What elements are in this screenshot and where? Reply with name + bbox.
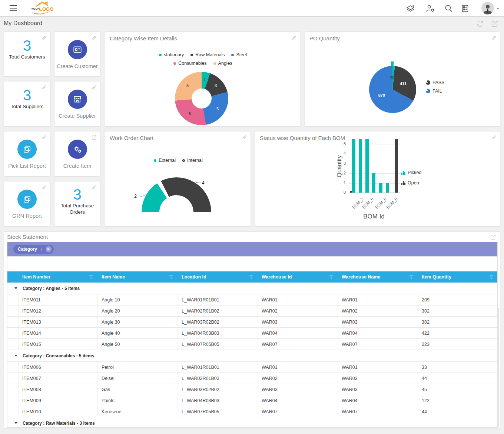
refresh-icon[interactable] <box>476 20 484 28</box>
cell-item-name: Angle 40 <box>98 328 178 338</box>
collapse-triangle-icon[interactable] <box>14 287 17 289</box>
edit-dashboard-icon[interactable] <box>491 20 499 28</box>
filter-icon[interactable] <box>409 276 414 279</box>
column-label: Location Id <box>182 274 206 280</box>
vertical-scrollbar[interactable] <box>497 308 499 427</box>
hamburger-menu-icon[interactable] <box>9 4 18 12</box>
legend-item-fail[interactable]: FAIL <box>426 89 444 94</box>
link-icon[interactable] <box>91 35 97 41</box>
tile-total-purchase-orders[interactable]: 3 Total Purchase Orders <box>54 181 100 227</box>
group-drop-area[interactable]: Category ↑ ✕ <box>7 242 498 257</box>
table-row[interactable]: ITEM015 Angle 50 L_WAR07R05B05 WAR07 WAR… <box>7 339 497 350</box>
link-icon[interactable] <box>291 35 297 41</box>
cell-warehouse-name: WAR07 <box>338 339 418 350</box>
table-row[interactable]: ITEM007 Deisel L_WAR02R01B02 WAR02 WAR02… <box>7 373 497 384</box>
group-chip-category[interactable]: Category ↑ ✕ <box>13 245 54 254</box>
cell-location-id: L_WAR04R03B03 <box>178 328 258 338</box>
cell-warehouse-name: WAR04 <box>338 328 418 338</box>
external-link-icon[interactable] <box>91 134 97 140</box>
legend-item-external[interactable]: External <box>154 158 176 163</box>
table-row[interactable]: ITEM006 Petrol L_WAR01R01B01 WAR01 WAR01… <box>7 362 497 373</box>
table-row[interactable]: ITEM009 Paints L_WAR04R03B03 WAR04 WAR04… <box>7 395 497 406</box>
x-axis-title: BOM Id <box>355 213 392 220</box>
tile-total-suppliers[interactable]: 3 Total Suppliers <box>4 81 50 127</box>
legend-item-internal[interactable]: Internal <box>182 158 203 163</box>
link-icon[interactable] <box>41 84 47 90</box>
user-settings-icon[interactable] <box>425 4 435 13</box>
link-icon[interactable] <box>41 184 47 190</box>
work-order-svg[interactable]: 2 4 <box>121 175 232 215</box>
link-icon[interactable] <box>91 84 97 90</box>
column-header-warehouse-id[interactable]: Warehouse Id <box>258 271 338 283</box>
link-icon[interactable] <box>491 134 497 140</box>
filter-icon[interactable] <box>89 276 93 279</box>
link-icon[interactable] <box>91 184 97 190</box>
cell-location-id: L_WAR04R03B03 <box>178 395 258 406</box>
legend-item-picked[interactable]: Picked <box>401 170 422 175</box>
chevron-down-icon[interactable] <box>495 6 501 11</box>
group-row[interactable]: Category : Raw Materials - 3 items <box>7 417 497 428</box>
company-logo[interactable]: YOUR LOGO <box>28 1 56 15</box>
tile-create-customer[interactable]: Create Customer <box>54 31 100 77</box>
legend-label: Picked <box>408 170 422 175</box>
column-header-item-number[interactable]: Item Number <box>19 271 98 283</box>
table-row[interactable]: ITEM012 Angle 20 L_WAR02R01B02 WAR02 WAR… <box>7 306 497 317</box>
legend-item-steel[interactable]: Steel <box>231 52 247 57</box>
column-header-location-id[interactable]: Location Id <box>178 271 258 283</box>
legend-item-stationary[interactable]: stationary <box>159 52 184 57</box>
group-row[interactable]: Category : Consumables - 5 items <box>7 350 497 362</box>
tile-pick-list-report[interactable]: Pick List Report <box>4 131 50 177</box>
bar-open[interactable] <box>350 191 352 193</box>
table-row[interactable]: ITEM014 Angle 40 L_WAR04R03B03 WAR04 WAR… <box>7 328 497 339</box>
link-icon[interactable] <box>242 134 248 140</box>
legend-glyph <box>401 171 405 175</box>
column-header-warehouse-name[interactable]: Warehouse Name <box>338 271 418 283</box>
legend-label: Angles <box>218 61 232 66</box>
page-header: My Dashboard <box>0 17 504 30</box>
tile-grn-report[interactable]: GRN Report <box>4 181 50 227</box>
legend-item-raw-materials[interactable]: Raw Materials <box>190 52 225 57</box>
link-icon[interactable] <box>491 35 497 41</box>
table-row[interactable]: ITEM011 Angle 10 L_WAR01R01B01 WAR01 WAR… <box>7 294 497 306</box>
table-row[interactable]: ITEM010 Kerosene L_WAR07R05B05 WAR07 WAR… <box>7 406 497 417</box>
legend-glyph <box>401 181 405 185</box>
bar-picked[interactable] <box>352 139 355 193</box>
filter-icon[interactable] <box>489 276 494 279</box>
link-icon[interactable] <box>41 134 47 140</box>
legend-item-open[interactable]: Open <box>401 180 422 186</box>
bar-picked[interactable] <box>359 139 362 193</box>
tile-total-customers[interactable]: 3 Total Customers <box>4 31 50 77</box>
search-icon[interactable] <box>444 4 453 13</box>
bar-picked[interactable] <box>379 183 382 193</box>
cell-item-name: Kerosene <box>98 406 178 417</box>
cell-warehouse-name: WAR01 <box>338 294 418 305</box>
bar-open[interactable] <box>395 139 398 193</box>
bar-picked[interactable] <box>365 139 369 193</box>
sort-ascending-icon[interactable]: ↑ <box>40 247 43 252</box>
group-row[interactable]: Category : Angles - 5 items <box>7 283 497 294</box>
data-label: 5 <box>185 83 190 88</box>
po-pie[interactable] <box>369 66 416 113</box>
legend-item-pass[interactable]: PASS <box>426 80 444 85</box>
user-avatar[interactable] <box>481 2 494 14</box>
legend-item-consumables[interactable]: Consumables <box>173 61 206 66</box>
collapse-triangle-icon[interactable] <box>14 422 17 424</box>
bar-picked[interactable] <box>386 183 389 193</box>
column-header-item-name[interactable]: Item Name <box>98 271 178 283</box>
filter-icon[interactable] <box>329 276 334 279</box>
tile-create-item[interactable]: Create Item <box>54 131 100 177</box>
table-row[interactable]: ITEM008 Gas L_WAR03R02B02 WAR03 WAR03 45 <box>7 384 497 395</box>
tile-create-supplier[interactable]: Create Supplier <box>54 81 100 127</box>
bar-picked[interactable] <box>372 173 375 193</box>
layers-add-icon[interactable] <box>406 4 415 13</box>
chip-close-icon[interactable]: ✕ <box>46 246 52 252</box>
collapse-triangle-icon[interactable] <box>14 355 17 357</box>
link-icon[interactable] <box>41 35 47 41</box>
checklist-icon[interactable] <box>461 4 470 13</box>
filter-icon[interactable] <box>249 276 253 279</box>
filter-icon[interactable] <box>169 276 173 279</box>
legend-item-angles[interactable]: Angles <box>213 61 232 66</box>
column-header-item-quantity[interactable]: Item Quantity <box>418 271 498 283</box>
external-link-icon[interactable] <box>490 234 496 240</box>
table-row[interactable]: ITEM013 Angle 30 L_WAR03R02B02 WAR03 WAR… <box>7 317 497 328</box>
